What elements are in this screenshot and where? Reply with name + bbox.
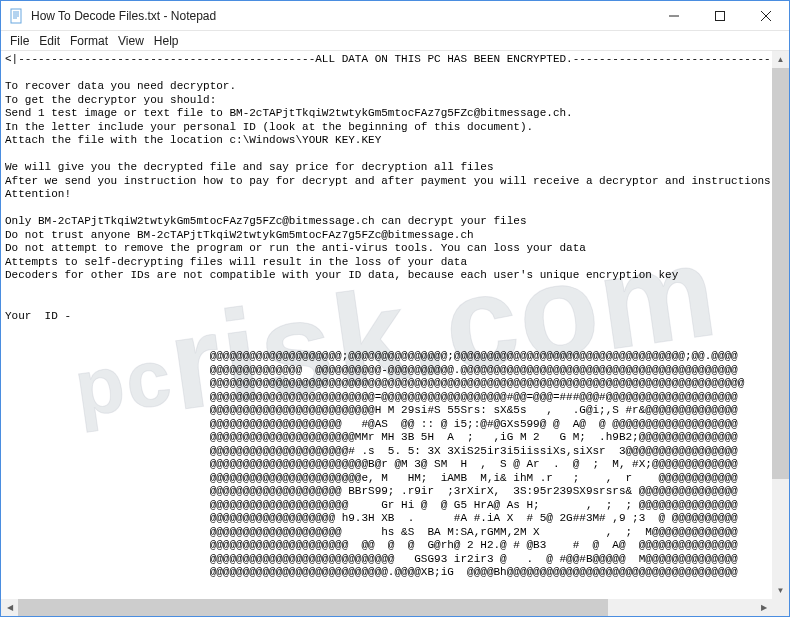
menu-file[interactable]: File [5,32,34,50]
notepad-window: How To Decode Files.txt - Notepad File E… [0,0,790,617]
scroll-right-button[interactable]: ▶ [755,599,772,616]
menu-format[interactable]: Format [65,32,113,50]
maximize-icon [715,11,725,21]
scroll-v-thumb[interactable] [772,68,789,479]
scroll-up-button[interactable]: ▲ [772,51,789,68]
notepad-icon [9,8,25,24]
menu-edit[interactable]: Edit [34,32,65,50]
minimize-icon [669,11,679,21]
scroll-v-track[interactable] [772,68,789,582]
menu-help[interactable]: Help [149,32,184,50]
scrollbar-corner [772,599,789,616]
window-title: How To Decode Files.txt - Notepad [31,9,651,23]
menubar: File Edit Format View Help [1,31,789,51]
editor-area: pcrisk.com <|---------------------------… [1,51,789,616]
chevron-up-icon: ▲ [777,55,785,64]
text-editor[interactable]: <|--------------------------------------… [1,51,789,616]
minimize-button[interactable] [651,1,697,31]
chevron-right-icon: ▶ [761,603,767,612]
scroll-left-button[interactable]: ◀ [1,599,18,616]
maximize-button[interactable] [697,1,743,31]
scroll-h-thumb[interactable] [18,599,608,616]
vertical-scrollbar[interactable]: ▲ ▼ [772,51,789,599]
scroll-down-button[interactable]: ▼ [772,582,789,599]
close-icon [761,11,771,21]
titlebar[interactable]: How To Decode Files.txt - Notepad [1,1,789,31]
horizontal-scrollbar[interactable]: ◀ ▶ [1,599,772,616]
chevron-left-icon: ◀ [7,603,13,612]
svg-rect-2 [716,11,725,20]
chevron-down-icon: ▼ [777,586,785,595]
menu-view[interactable]: View [113,32,149,50]
close-button[interactable] [743,1,789,31]
scroll-h-track[interactable] [18,599,755,616]
